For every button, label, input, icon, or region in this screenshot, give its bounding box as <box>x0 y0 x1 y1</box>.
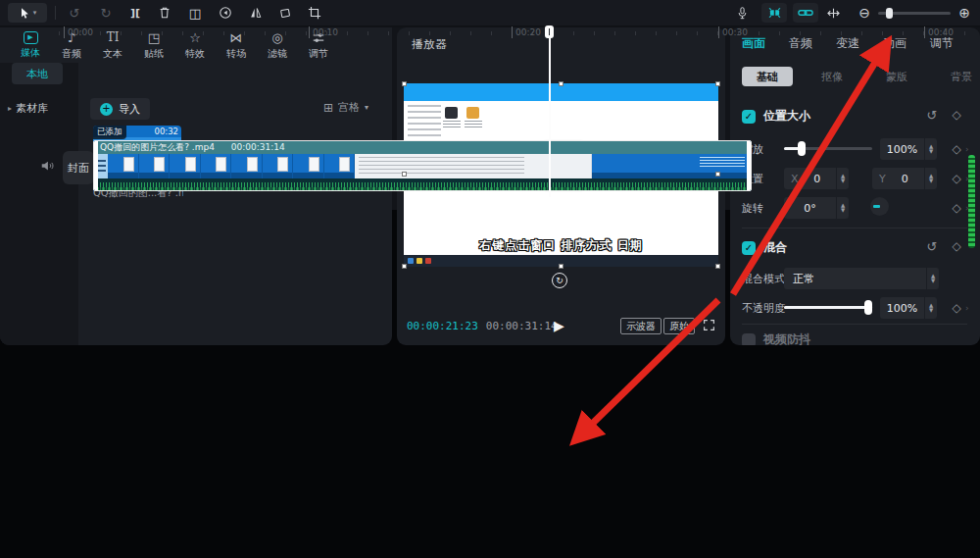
clip-name: QQ撤回的图片怎么看? .mp4 <box>100 142 215 152</box>
clip-header: QQ撤回的图片怎么看? .mp4 00:00:31:14 <box>94 141 751 154</box>
snap-icon <box>767 7 782 19</box>
fullscreen-icon <box>703 319 715 331</box>
blend-header: ✓ 混合 <box>742 239 787 256</box>
timeline-toolbar: ▾ ↺ ↻ ][ ◫ <box>0 0 980 25</box>
ruler-label: 00:10 <box>309 26 338 38</box>
trim-handle-right[interactable] <box>747 141 751 191</box>
stepper-icon[interactable]: ▲▼ <box>924 297 937 319</box>
blend-mode-row: 混合模式 正常 ▲▼ <box>730 267 980 290</box>
taskbar-dot <box>425 258 431 264</box>
selection-handle[interactable] <box>715 81 720 86</box>
film-frame <box>231 154 263 178</box>
trash-icon <box>158 6 172 20</box>
timeline-panel: ▾ ↺ ↻ ][ ◫ <box>0 0 980 210</box>
rotate-icon <box>278 6 292 20</box>
mirror-button[interactable] <box>246 4 266 22</box>
playhead[interactable] <box>549 25 551 197</box>
selection-handle[interactable] <box>402 172 407 177</box>
zoom-in-button[interactable]: ⊕ <box>955 4 974 22</box>
clip-duration: 00:00:31:14 <box>231 142 285 152</box>
film-frame <box>263 154 294 178</box>
chevron-down-icon: ▾ <box>33 9 37 17</box>
timeline-zoom-slider[interactable] <box>878 12 951 15</box>
stabilize-header-clipped: 视频防抖 <box>742 331 810 345</box>
divider <box>742 228 967 228</box>
taskbar-dot <box>416 258 422 264</box>
film-frame <box>293 154 324 178</box>
current-time: 00:00:21:23 <box>407 320 478 332</box>
crop-button[interactable] <box>305 4 324 22</box>
rotate-handle[interactable]: ↻ <box>552 273 567 288</box>
film-frame <box>139 154 171 178</box>
timecode: 00:00:21:2300:00:31:14 <box>407 320 558 332</box>
record-voice-button[interactable] <box>732 4 752 22</box>
opacity-slider[interactable] <box>784 306 872 309</box>
ruler-label: 00:30 <box>718 26 748 38</box>
next-keyframe-icon[interactable]: › <box>965 303 969 313</box>
selection-handle[interactable] <box>715 264 720 269</box>
selection-handle[interactable] <box>559 81 564 86</box>
trim-handle-left[interactable] <box>94 141 98 191</box>
clip-audio-waveform <box>94 178 751 191</box>
video-clip[interactable]: QQ撤回的图片怎么看? .mp4 00:00:31:14 <box>93 140 752 191</box>
zoom-out-button[interactable]: ⊖ <box>855 4 874 22</box>
selection-handle[interactable] <box>402 264 407 269</box>
blend-mode-select[interactable]: 正常 ▲▼ <box>784 268 939 289</box>
stepper-icon[interactable]: ▲▼ <box>926 268 939 289</box>
film-frame <box>108 154 139 178</box>
taskbar-dot <box>408 258 414 264</box>
link-icon <box>798 8 813 18</box>
snap-toggle[interactable] <box>761 3 787 23</box>
scope-button[interactable]: 示波器 <box>620 318 662 334</box>
reverse-button[interactable] <box>216 4 235 22</box>
ruler-label: 00:00 <box>64 26 93 38</box>
cursor-icon <box>19 7 30 20</box>
keyframe-icon[interactable]: ◇ <box>950 301 963 315</box>
play-button[interactable]: ▶ <box>554 318 564 333</box>
ratio-button[interactable]: 原始 <box>663 318 695 334</box>
redo-button[interactable]: ↻ <box>96 4 116 22</box>
delete-button[interactable] <box>155 4 174 22</box>
reset-icon[interactable]: ↺ <box>924 239 940 254</box>
selection-handle[interactable] <box>402 81 407 86</box>
rotate-clip-button[interactable] <box>275 4 295 22</box>
rotate-icon: ↻ <box>556 276 564 285</box>
film-frame <box>324 154 356 178</box>
ruler-label: 00:40 <box>924 26 954 38</box>
timeline-ruler[interactable]: 00:00 00:10 00:20 00:30 00:40 <box>59 25 980 41</box>
app-window: 剪映 菜单 ▾ ✓ 16:46:18 自动保存本地 202201222229 ?… <box>0 0 980 558</box>
film-frame <box>355 154 592 178</box>
mute-track-button[interactable] <box>39 159 55 173</box>
cover-button[interactable]: 封面 <box>63 151 94 184</box>
ruler-label: 00:20 <box>512 26 541 38</box>
film-frame <box>592 154 751 178</box>
mirror-icon <box>249 6 263 20</box>
playhead-handle[interactable] <box>545 25 554 38</box>
selection-handle[interactable] <box>715 172 720 177</box>
undo-button[interactable]: ↺ <box>65 4 84 22</box>
link-toggle[interactable] <box>793 3 818 23</box>
film-frame <box>201 154 232 178</box>
fullscreen-button[interactable] <box>703 319 715 331</box>
freeze-frame-button[interactable]: ◫ <box>185 4 205 22</box>
clip-filmstrip <box>94 154 751 178</box>
selection-handle[interactable] <box>559 264 564 269</box>
keyframe-icon[interactable]: ◇ <box>950 239 963 253</box>
preview-axis-button[interactable] <box>823 4 843 22</box>
microphone-icon <box>736 6 749 20</box>
film-frame <box>170 154 201 178</box>
reverse-icon <box>219 6 232 20</box>
select-tool-button[interactable]: ▾ <box>8 3 47 23</box>
opacity-row: 不透明度 100% ▲▼ ◇ › <box>730 296 980 320</box>
video-subtitle: 右键点击窗口 排序方式 日期 <box>404 237 718 254</box>
split-button[interactable]: ][ <box>125 4 145 22</box>
divider <box>742 324 967 325</box>
checkbox-unchecked-icon[interactable] <box>742 333 756 346</box>
checkbox-checked-icon[interactable]: ✓ <box>742 241 756 255</box>
crop-icon <box>308 6 321 20</box>
total-time: 00:00:31:14 <box>486 320 558 332</box>
opacity-value-box[interactable]: 100% ▲▼ <box>880 297 937 319</box>
speaker-icon <box>39 159 55 173</box>
divider <box>55 6 56 20</box>
preview-axis-icon <box>826 7 841 20</box>
